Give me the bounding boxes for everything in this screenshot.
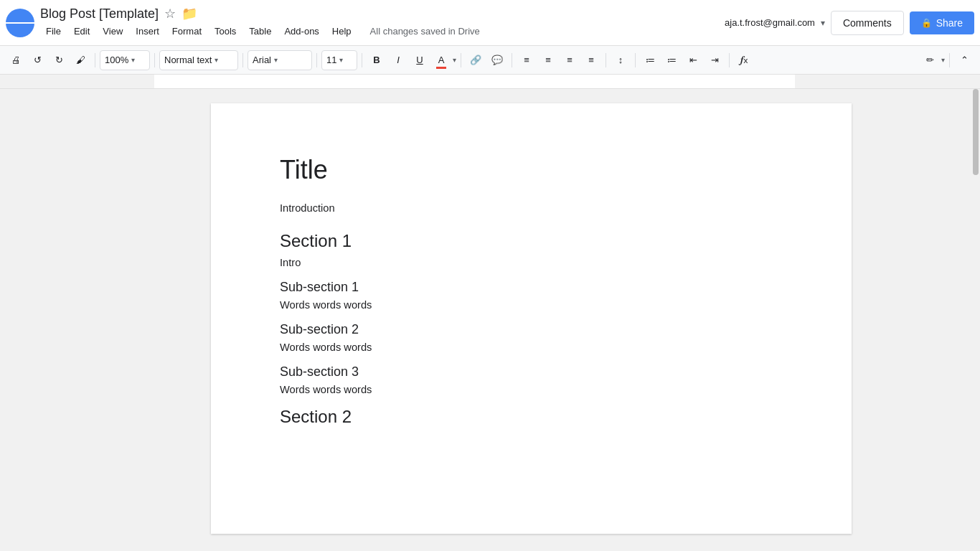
ruler	[0, 75, 980, 89]
subsection2-heading: Sub-section 2	[280, 322, 783, 337]
size-value: 11	[326, 55, 336, 65]
ruler-inner	[154, 75, 795, 88]
align-left-button[interactable]: ≡	[517, 50, 537, 70]
menu-help[interactable]: Help	[326, 23, 357, 39]
left-margin	[0, 89, 154, 551]
menu-tools[interactable]: Tools	[209, 23, 242, 39]
collapse-toolbar-button[interactable]: ⌃	[954, 50, 974, 70]
insert-comment-button[interactable]: 💬	[487, 50, 507, 70]
user-email: aja.t.frost@gmail.com	[725, 17, 815, 28]
ordered-list-button[interactable]: ≔	[640, 50, 660, 70]
menu-bar: File Edit View Insert Format Tools Table…	[40, 23, 725, 39]
align-right-button[interactable]: ≡	[560, 50, 580, 70]
subsection1-heading: Sub-section 1	[280, 280, 783, 295]
text-color-bar	[436, 67, 446, 69]
menu-table[interactable]: Table	[243, 23, 277, 39]
text-color-dropdown-icon[interactable]: ▾	[453, 56, 456, 64]
insert-link-button[interactable]: 🔗	[466, 50, 486, 70]
subsection2-body: Words words words	[280, 342, 783, 353]
subsection3-heading: Sub-section 3	[280, 364, 783, 380]
font-value: Arial	[253, 55, 271, 65]
menu-view[interactable]: View	[97, 23, 128, 39]
style-dropdown-icon: ▾	[215, 56, 218, 64]
decrease-indent-button[interactable]: ⇤	[683, 50, 703, 70]
increase-indent-button[interactable]: ⇥	[705, 50, 725, 70]
size-dropdown-icon: ▾	[339, 56, 343, 64]
undo-button[interactable]: ↺	[27, 50, 47, 70]
font-dropdown-icon: ▾	[274, 56, 278, 64]
toolbar-divider-7	[512, 53, 512, 67]
subsection3-body: Words words words	[280, 384, 783, 395]
paint-format-button[interactable]: 🖌	[70, 50, 90, 70]
toolbar-divider-8	[606, 53, 606, 67]
top-bar: Blog Post [Template] ☆ 📁 File Edit View …	[0, 0, 980, 46]
menu-format[interactable]: Format	[166, 23, 207, 39]
menu-insert[interactable]: Insert	[130, 23, 165, 39]
doc-title-area: Blog Post [Template] ☆ 📁 File Edit View …	[40, 6, 725, 39]
star-icon[interactable]: ☆	[164, 6, 176, 22]
toolbar-divider-6	[461, 53, 461, 67]
line-spacing-button[interactable]: ↕	[611, 50, 631, 70]
italic-button[interactable]: I	[388, 50, 408, 70]
menu-edit[interactable]: Edit	[68, 23, 95, 39]
drawing-button[interactable]: ✏	[920, 50, 940, 70]
scrollbar[interactable]	[971, 89, 980, 551]
app-menu-button[interactable]	[6, 9, 34, 37]
toolbar-divider-4	[316, 53, 317, 67]
section1-heading: Section 1	[280, 231, 783, 251]
bold-button[interactable]: B	[367, 50, 387, 70]
drawing-dropdown-icon[interactable]: ▾	[941, 56, 945, 64]
section1-intro: Intro	[280, 257, 783, 268]
text-color-label: A	[438, 55, 445, 65]
menu-addons[interactable]: Add-ons	[278, 23, 324, 39]
right-margin	[908, 89, 980, 551]
zoom-value: 100%	[105, 55, 128, 65]
toolbar-divider-2	[154, 53, 155, 67]
toolbar-divider-10	[729, 53, 730, 67]
folder-icon[interactable]: 📁	[182, 6, 197, 22]
top-right-area: aja.t.frost@gmail.com ▾ Comments 🔒 Share	[725, 11, 974, 35]
scrollbar-thumb[interactable]	[973, 89, 979, 175]
style-value: Normal text	[164, 55, 212, 65]
document-page: Title Introduction Section 1 Intro Sub-s…	[211, 103, 852, 534]
align-center-button[interactable]: ≡	[538, 50, 558, 70]
menu-file[interactable]: File	[40, 23, 67, 39]
main-area: Title Introduction Section 1 Intro Sub-s…	[0, 89, 980, 551]
print-button[interactable]: 🖨	[6, 50, 26, 70]
introduction-text: Introduction	[280, 202, 783, 214]
unordered-list-button[interactable]: ≔	[661, 50, 682, 70]
lock-icon: 🔒	[921, 18, 932, 28]
clear-formatting-button[interactable]: 𝒇x	[734, 50, 754, 70]
toolbar-divider-11	[949, 53, 950, 67]
subsection1-body: Words words words	[280, 299, 783, 311]
zoom-select[interactable]: 100% ▾	[100, 50, 150, 70]
zoom-dropdown-icon: ▾	[131, 56, 135, 64]
document-container[interactable]: Title Introduction Section 1 Intro Sub-s…	[154, 89, 908, 551]
redo-button[interactable]: ↻	[49, 50, 69, 70]
toolbar: 🖨 ↺ ↻ 🖌 100% ▾ Normal text ▾ Arial ▾ 11 …	[0, 46, 980, 75]
justify-button[interactable]: ≡	[581, 50, 601, 70]
document-title[interactable]: Blog Post [Template]	[40, 6, 159, 22]
toolbar-divider-3	[242, 53, 243, 67]
share-label: Share	[936, 17, 963, 29]
toolbar-divider-1	[95, 53, 95, 67]
comments-button[interactable]: Comments	[831, 11, 904, 35]
save-status: All changes saved in Drive	[370, 26, 480, 37]
font-select[interactable]: Arial ▾	[248, 50, 312, 70]
underline-button[interactable]: U	[410, 50, 430, 70]
user-dropdown-icon[interactable]: ▾	[821, 18, 825, 28]
document-title-text: Title	[280, 155, 783, 185]
style-select[interactable]: Normal text ▾	[159, 50, 238, 70]
share-button[interactable]: 🔒 Share	[910, 11, 974, 34]
text-color-button[interactable]: A	[431, 50, 451, 70]
size-select[interactable]: 11 ▾	[321, 50, 357, 70]
toolbar-divider-5	[362, 53, 362, 67]
toolbar-divider-9	[635, 53, 636, 67]
section2-heading: Section 2	[280, 407, 783, 427]
